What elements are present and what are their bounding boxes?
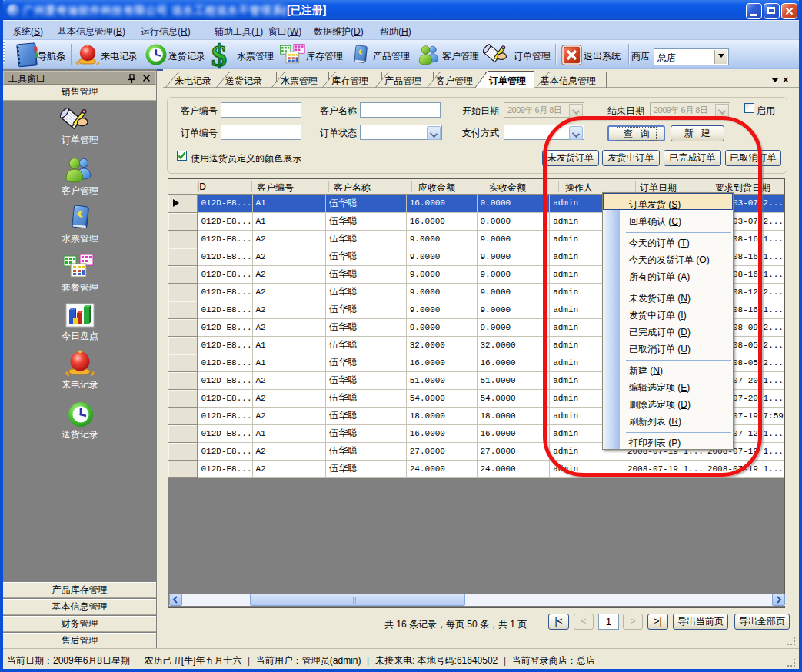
svg-text:库存管理: 库存管理 [331,75,368,86]
svg-text:基本信息管理: 基本信息管理 [541,75,596,86]
svg-text:客户管理: 客户管理 [436,75,473,86]
svg-text:订单管理: 订单管理 [488,75,526,86]
svg-text:产品管理: 产品管理 [384,75,421,86]
svg-text:来电记录: 来电记录 [175,75,211,86]
svg-text:送货记录: 送货记录 [225,75,262,86]
svg-text:水票管理: 水票管理 [281,75,318,86]
svg-text:$: $ [211,41,227,69]
